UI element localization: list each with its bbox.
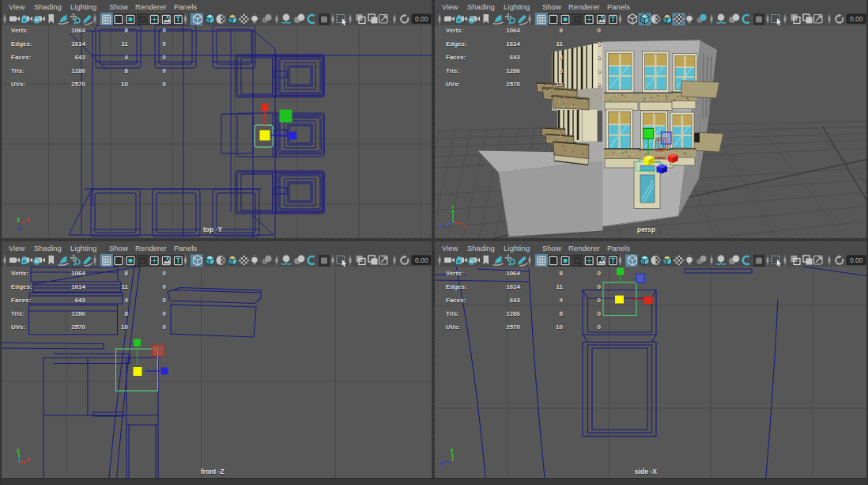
svg-text:0.00: 0.00 — [850, 256, 863, 264]
svg-text:0.00: 0.00 — [415, 15, 428, 23]
svg-text:z: z — [440, 460, 443, 467]
svg-text:z: z — [440, 223, 443, 229]
svg-text:0.00: 0.00 — [850, 15, 863, 23]
svg-text:x: x — [464, 223, 467, 229]
svg-text:0.00: 0.00 — [415, 256, 428, 264]
svg-text:y: y — [451, 203, 455, 210]
